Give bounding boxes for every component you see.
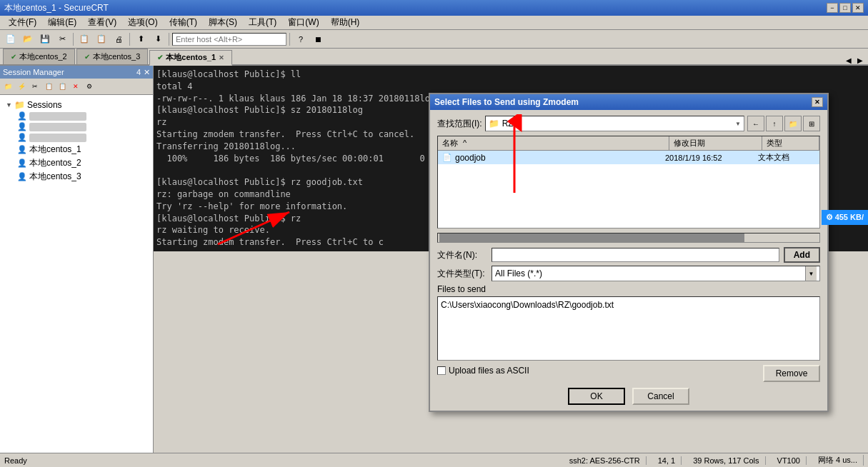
session-manager-close[interactable]: ✕ bbox=[144, 68, 150, 77]
add-button[interactable]: Add bbox=[784, 247, 820, 263]
menu-transfer[interactable]: 传输(T) bbox=[164, 16, 203, 30]
toolbar-copy[interactable]: 📋 bbox=[76, 31, 92, 47]
tab-centos2[interactable]: ✔ 本地centos_2 bbox=[3, 49, 75, 64]
tree-session-label-c1: 本地centos_1 bbox=[29, 144, 81, 156]
browse-up-button[interactable]: ↑ bbox=[766, 116, 783, 131]
file-doc-icon: 📄 bbox=[442, 153, 452, 162]
session-manager-toolbar: 📁 ⚡ ✂ 📋 📋 ✕ ⚙ bbox=[0, 79, 153, 95]
tree-session-icon-1: 👤 bbox=[17, 111, 27, 121]
tree-session-label-c2: 本地centos_2 bbox=[29, 157, 81, 169]
dialog-close-button[interactable]: ✕ bbox=[812, 97, 823, 107]
sm-props-btn[interactable]: ⚙ bbox=[83, 80, 96, 93]
dialog-title-text: Select Files to Send using Zmodem bbox=[434, 97, 579, 107]
tree-session-centos2[interactable]: 👤 本地centos_2 bbox=[14, 156, 150, 170]
sm-delete-btn[interactable]: ✕ bbox=[69, 80, 82, 93]
menu-tools[interactable]: 工具(T) bbox=[243, 16, 282, 30]
tree-blurred-1[interactable]: 👤 ████████ bbox=[14, 111, 150, 121]
col-sort-icon: ^ bbox=[463, 139, 467, 147]
tab-close-centos1[interactable]: ✕ bbox=[219, 54, 224, 61]
browse-label: 查找范围(I): bbox=[437, 118, 482, 130]
close-window-button[interactable]: ✕ bbox=[852, 3, 864, 13]
tree-session-icon-2: 👤 bbox=[17, 122, 27, 131]
ok-button[interactable]: OK bbox=[568, 388, 625, 405]
tree-blurred-label-3: ████████ bbox=[29, 134, 86, 142]
cancel-button[interactable]: Cancel bbox=[632, 388, 689, 405]
filename-input[interactable] bbox=[492, 248, 779, 262]
tree-expand-icon: ▼ bbox=[6, 101, 12, 109]
file-list-header: 名称 ^ 修改日期 类型 bbox=[438, 136, 819, 151]
toolbar-zmodem[interactable]: ⬆ bbox=[133, 31, 149, 47]
browse-view-button[interactable]: ⊞ bbox=[803, 116, 820, 131]
menu-help[interactable]: 帮助(H) bbox=[325, 16, 366, 30]
minimize-button[interactable]: − bbox=[827, 3, 838, 13]
menu-edit[interactable]: 编辑(E) bbox=[42, 16, 82, 30]
tree-session-label-c3: 本地centos_3 bbox=[29, 171, 81, 183]
toolbar-help[interactable]: ? bbox=[293, 31, 309, 47]
tab-centos3[interactable]: ✔ 本地centos_3 bbox=[76, 49, 149, 64]
dialog-button-row: OK Cancel bbox=[437, 388, 820, 405]
browse-nav-buttons: ← ↑ 📁 ⊞ bbox=[747, 116, 820, 131]
title-bar: 本地centos_1 - SecureCRT − □ ✕ bbox=[0, 0, 868, 16]
file-scrollbar[interactable] bbox=[437, 233, 820, 243]
menu-bar: 文件(F) 编辑(E) 查看(V) 选项(O) 传输(T) 脚本(S) 工具(T… bbox=[0, 16, 868, 30]
filetype-label: 文件类型(T): bbox=[437, 268, 487, 280]
menu-view[interactable]: 查看(V) bbox=[82, 16, 122, 30]
browse-newfolder-button[interactable]: 📁 bbox=[784, 116, 802, 131]
tab-next-button[interactable]: ▶ bbox=[855, 56, 865, 64]
tree-blurred-2[interactable]: 👤 ████████ bbox=[14, 121, 150, 132]
menu-file[interactable]: 文件(F) bbox=[3, 16, 42, 30]
tree-blurred-3[interactable]: 👤 ████████ bbox=[14, 132, 150, 143]
tab-label-centos1: 本地centos_1 bbox=[166, 52, 216, 63]
col-type: 类型 bbox=[762, 136, 819, 150]
menu-options[interactable]: 选项(O) bbox=[122, 16, 163, 30]
sm-connect-btn[interactable]: ⚡ bbox=[15, 80, 28, 93]
toolbar-zmodem-dl[interactable]: ⬇ bbox=[150, 31, 166, 47]
menu-script[interactable]: 脚本(S) bbox=[203, 16, 243, 30]
upload-ascii-checkbox[interactable] bbox=[437, 366, 446, 375]
session-manager-pin[interactable]: 4 bbox=[136, 68, 141, 76]
browse-value: RZ bbox=[502, 119, 514, 129]
combo-folder-icon: 📁 bbox=[489, 119, 499, 129]
toolbar-cut[interactable]: ✂ bbox=[54, 31, 70, 47]
tab-centos1[interactable]: ✔ 本地centos_1 ✕ bbox=[149, 50, 232, 66]
files-to-send-area[interactable]: C:\Users\xiaocong\Downloads\RZ\goodjob.t… bbox=[437, 296, 820, 361]
toolbar-open[interactable]: 📂 bbox=[20, 31, 36, 47]
filetype-row: 文件类型(T): All Files (*.*) ▼ bbox=[437, 266, 820, 281]
toolbar-save[interactable]: 💾 bbox=[37, 31, 53, 47]
host-input[interactable] bbox=[172, 33, 286, 46]
file-row-goodjob[interactable]: 📄 goodjob 2018/1/19 16:52 文本文档 bbox=[438, 151, 819, 164]
browse-back-button[interactable]: ← bbox=[747, 116, 764, 131]
toolbar-print[interactable]: 🖨 bbox=[111, 31, 126, 47]
sm-paste-btn[interactable]: 📋 bbox=[56, 80, 69, 93]
file-list-container: 名称 ^ 修改日期 类型 📄 goodjob 2018/1/19 16:52 文… bbox=[437, 136, 820, 229]
browse-row: 查找范围(I): 📁 RZ ▼ ← ↑ 📁 ⊞ bbox=[437, 116, 820, 131]
sm-cut-btn[interactable]: ✂ bbox=[29, 80, 41, 93]
toolbar-new-session[interactable]: 📄 bbox=[3, 31, 19, 47]
tree-blurred-label-2: ████████ bbox=[29, 123, 86, 131]
tree-session-icon-c1: 👤 bbox=[17, 145, 27, 154]
window-controls: − □ ✕ bbox=[827, 3, 864, 13]
filetype-combo[interactable]: All Files (*.*) ▼ bbox=[492, 266, 820, 281]
session-manager-title: Session Manager bbox=[3, 68, 64, 76]
tree-session-icon-c2: 👤 bbox=[17, 159, 27, 168]
tree-session-centos3[interactable]: 👤 本地centos_3 bbox=[14, 170, 150, 184]
sm-new-btn[interactable]: 📁 bbox=[1, 80, 14, 93]
toolbar-sep-3 bbox=[169, 33, 169, 46]
tab-prev-button[interactable]: ◀ bbox=[844, 56, 854, 64]
toolbar-stop[interactable]: ⏹ bbox=[310, 31, 326, 47]
tab-icon-centos1: ✔ bbox=[157, 54, 163, 61]
remove-button[interactable]: Remove bbox=[763, 365, 820, 382]
toolbar-paste[interactable]: 📋 bbox=[94, 31, 109, 47]
tree-folder-icon: 📁 bbox=[14, 100, 25, 110]
status-rows-cols: 39 Rows, 117 Cols bbox=[687, 456, 765, 465]
toolbar-sep-2 bbox=[129, 33, 130, 46]
col-name: 名称 ^ bbox=[438, 136, 669, 150]
browse-combo[interactable]: 📁 RZ ▼ bbox=[485, 116, 744, 131]
col-date: 修改日期 bbox=[669, 136, 762, 150]
maximize-button[interactable]: □ bbox=[839, 3, 851, 13]
tree-sessions-root[interactable]: ▼ 📁 Sessions bbox=[3, 99, 150, 111]
menu-window[interactable]: 窗口(W) bbox=[282, 16, 324, 30]
sm-copy-btn[interactable]: 📋 bbox=[42, 80, 55, 93]
toolbar-sep-4 bbox=[289, 33, 290, 46]
tree-session-centos1[interactable]: 👤 本地centos_1 bbox=[14, 143, 150, 156]
